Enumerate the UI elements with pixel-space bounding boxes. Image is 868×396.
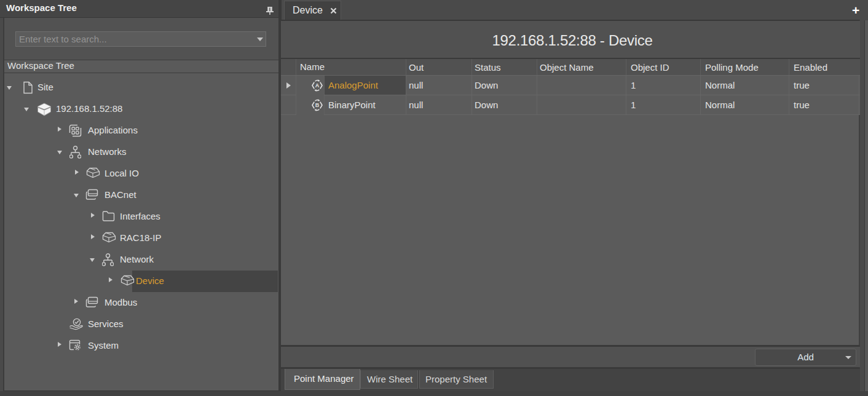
svg-text:A: A xyxy=(315,82,320,89)
svg-text:B: B xyxy=(315,102,320,108)
